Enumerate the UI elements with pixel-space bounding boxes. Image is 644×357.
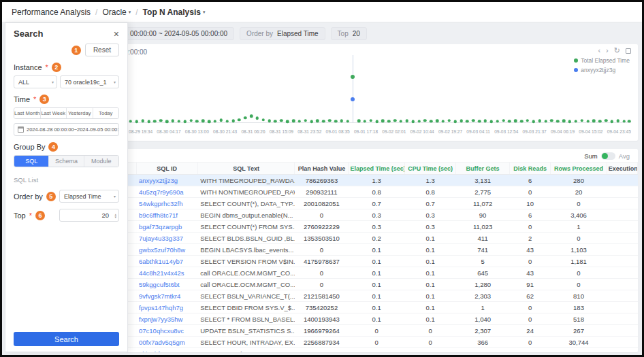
sql-id-link[interactable]: fxpnjw7yy35hw [136, 313, 197, 325]
group-by-tab-module[interactable]: Module [84, 156, 118, 167]
data-point [400, 120, 403, 123]
x-axis-tick-label: 08-30 21:43 [213, 129, 237, 134]
column-header-executions[interactable]: Executions [607, 163, 637, 175]
refresh-icon[interactable]: ↻ [614, 47, 620, 54]
column-header-rows-processed[interactable]: Rows Processed [551, 163, 607, 175]
data-point [298, 120, 302, 123]
data-point [220, 118, 223, 122]
data-point [478, 120, 481, 123]
order-by-chip-label: Order by [246, 30, 273, 37]
data-point [189, 119, 193, 122]
sql-id-link[interactable]: bgaf73qzarpgb [136, 221, 197, 233]
column-header-plan-hash-value[interactable]: Plan Hash Value [295, 163, 349, 175]
plan-hash-cell: 0 [295, 209, 349, 221]
table-row[interactable]: 54wkgprhc32fhSELECT COUNT(*), DATA_TYP..… [126, 198, 638, 209]
sql-id-link[interactable]: 07c10qhcxu8vc [136, 325, 197, 337]
order-by-select[interactable]: Elapsed Time ▾ [59, 190, 119, 203]
breadcrumb-oracle-dropdown[interactable]: Oracle ▾ [102, 7, 131, 17]
table-row[interactable]: 59kggcuf5t6btcall ORACLE.OCM.MGMT_CO...0… [126, 279, 638, 290]
table-row[interactable]: anxyyx2tjjz3gWITH TIMEGROUPED_RAWDA...78… [126, 175, 638, 186]
column-header-cpu-time-sec-[interactable]: CPU Time (sec) [405, 163, 456, 175]
rows-processed-cell: 518 [551, 313, 607, 325]
table-row[interactable]: 44c8h21v4x42scall ORACLE.OCM.MGMT_CO...0… [126, 267, 638, 279]
preset-yesterday[interactable]: Yesterday [66, 108, 93, 118]
plan-hash-cell: 1400193943 [295, 313, 349, 325]
sql-id-link[interactable]: 9vfvgsk7mtkr4 [136, 290, 197, 302]
data-point [225, 120, 229, 123]
preset-today[interactable]: Today [93, 108, 119, 118]
chevron-left-icon[interactable]: ‹ [598, 47, 600, 54]
avg-label[interactable]: Avg [619, 152, 630, 160]
column-header-disk-reads[interactable]: Disk Reads [510, 163, 551, 175]
table-row[interactable]: 07c10qhcxu8vcUPDATE BSLN_STATISTICS S...… [126, 325, 638, 337]
table-row[interactable]: fpvps147hqh7gSELECT DBID FROM SYS.V_$...… [126, 302, 638, 313]
elapsed-cell: 0.2 [349, 233, 405, 244]
date-range-input[interactable]: 2024-08-28 00:00:00~2024-09-05 00:00:00 [14, 123, 119, 136]
chevron-right-icon[interactable]: › [606, 47, 609, 54]
breadcrumb-separator: / [135, 7, 138, 17]
annotation-badge-4: 4 [48, 142, 58, 152]
table-row[interactable]: bgaf73qzarpgbSELECT COUNT(*) FROM SYS...… [126, 221, 638, 233]
sql-id-link[interactable]: 59kggcuf5t6bt [136, 279, 197, 290]
time-label-text: Time [14, 95, 30, 103]
elapsed-cell: 0.7 [349, 198, 405, 209]
chart-plot-area[interactable] [129, 55, 631, 123]
sql-id-link[interactable]: gwbx5zuf70h8w [136, 244, 197, 256]
column-header-sql-id[interactable]: SQL ID [136, 163, 197, 175]
close-icon[interactable]: × [114, 29, 119, 39]
preset-last-month[interactable]: Last Month [14, 108, 40, 118]
top-number-input[interactable]: 20 ▴▾ [59, 209, 119, 222]
column-header-elapsed-time-sec-[interactable]: Elapsed Time (sec) [349, 163, 405, 175]
table-row[interactable]: 7ujay4u33g337SELECT BLDS.BSLN_GUID ,BL..… [126, 233, 638, 244]
breadcrumb-topn-dropdown[interactable]: Top N Analysis ▾ [143, 7, 206, 17]
sql-id-link[interactable]: anxyyx2tjjz3g [136, 175, 197, 186]
search-button[interactable]: Search [14, 332, 119, 346]
data-point [592, 119, 596, 122]
instance-group-select[interactable]: ALL ▾ [14, 75, 57, 88]
plan-hash-cell: 2121581450 [295, 290, 349, 302]
sql-id-link[interactable]: akj15bfw7ypt4 [136, 348, 197, 353]
instance-select[interactable]: 70 oracle19c_1 ▾ [60, 75, 119, 88]
reset-button[interactable]: Reset [85, 44, 119, 56]
table-row[interactable]: 6abthk1u14yb7SELECT VERSION FROM V$IN...… [126, 256, 638, 267]
number-stepper-icons[interactable]: ▴▾ [114, 213, 116, 218]
top-chip[interactable]: Top 20 [331, 27, 367, 40]
sql-id-link[interactable]: 6abthk1u14yb7 [136, 256, 197, 267]
x-axis-tick-label: 09-03 21:37 [523, 129, 547, 134]
sum-avg-toggle[interactable] [601, 152, 615, 160]
sql-id-link[interactable]: fpvps147hqh7g [136, 302, 197, 313]
group-by-field-label: Group By 4 [14, 142, 119, 152]
sql-id-link[interactable]: 44c8h21v4x42s [136, 267, 197, 279]
table-row[interactable]: gwbx5zuf70h8wBEGIN LBACSYS.lbac_events..… [126, 244, 638, 256]
sql-id-link[interactable]: 7ujay4u33g337 [136, 233, 197, 244]
sql-id-link[interactable]: 00fx7adv5q5gm [136, 337, 197, 348]
table-row[interactable]: 9vfvgsk7mtkr4SELECT BSLN_VARIANCE_T(...2… [126, 290, 638, 302]
data-point [214, 120, 217, 123]
executions-cell [607, 233, 637, 244]
preset-last-week[interactable]: Last Week [40, 108, 67, 118]
sql-id-link[interactable]: 4u5zq7r9y690a [136, 186, 197, 198]
x-axis-tick-label: 08-30 13:00 [185, 129, 209, 134]
table-row[interactable]: akj15bfw7ypt4SELECT NVL(B4., START_SN...… [126, 348, 638, 353]
group-by-tab-sql[interactable]: SQL [14, 156, 48, 167]
table-row[interactable]: 4u5zq7r9y690aWITH NONTIMEGROUPED_RAW...2… [126, 186, 638, 198]
group-by-tab-schema[interactable]: Schema [48, 156, 83, 167]
sql-id-link[interactable]: b9c6ffh8tc71f [136, 209, 197, 221]
table-row[interactable]: b9c6ffh8tc71fBEGIN dbms_output.enable(N.… [126, 209, 638, 221]
data-point [328, 119, 332, 122]
legend-item[interactable]: anxyyx2tjjz3g [574, 67, 630, 73]
column-header-sql-text[interactable]: SQL Text [197, 163, 295, 175]
table-row[interactable]: fxpnjw7yy35hwSELECT * FROM BSLN_BASEL...… [126, 313, 638, 325]
data-point [357, 119, 361, 122]
rows-processed-cell: 280 [551, 175, 607, 186]
table-row[interactable]: 00fx7adv5q5gmSELECT HOUR, INTRADAY, EX..… [126, 337, 638, 348]
buffer-gets-cell: 11,023 [456, 221, 510, 233]
legend-item[interactable]: Total Elapsed Time [574, 57, 630, 64]
fullscreen-icon[interactable] [626, 48, 631, 54]
data-point [274, 120, 277, 123]
order-by-chip[interactable]: Order by Elapsed Time [240, 27, 325, 40]
data-point [393, 119, 397, 122]
sql-id-link[interactable]: 54wkgprhc32fh [136, 198, 197, 209]
sum-label[interactable]: Sum [584, 152, 598, 160]
column-header-buffer-gets[interactable]: Buffer Gets [456, 163, 510, 175]
